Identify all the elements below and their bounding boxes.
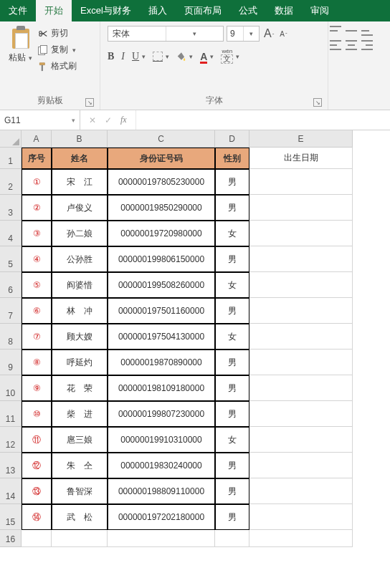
row-header[interactable]: 5 xyxy=(0,246,22,272)
cell[interactable]: 卢俊义 xyxy=(52,195,108,221)
cell[interactable] xyxy=(108,530,215,547)
cell[interactable] xyxy=(249,298,353,324)
row-header[interactable]: 2 xyxy=(0,169,22,195)
tab-file[interactable]: 文件 xyxy=(0,0,36,21)
cell[interactable]: 武 松 xyxy=(52,504,108,530)
cell[interactable]: 林 冲 xyxy=(52,298,108,324)
paste-button[interactable]: 粘贴▾ xyxy=(4,24,37,93)
cell[interactable]: 000000197504130000 xyxy=(108,324,215,350)
row-header[interactable]: 11 xyxy=(0,401,22,427)
cell[interactable] xyxy=(249,530,353,547)
row-header[interactable]: 6 xyxy=(0,272,22,298)
cell[interactable]: 000000199807230000 xyxy=(108,401,215,427)
underline-button[interactable]: U▾ xyxy=(132,51,146,62)
cell[interactable]: 朱 仝 xyxy=(52,453,108,478)
row-header[interactable]: 4 xyxy=(0,221,22,246)
cell[interactable] xyxy=(249,195,353,221)
cell[interactable]: 女 xyxy=(215,324,249,350)
tab-page-layout[interactable]: 页面布局 xyxy=(176,0,230,21)
cell[interactable]: ④ xyxy=(22,246,52,272)
cell[interactable]: 男 xyxy=(215,298,249,324)
font-color-button[interactable]: A ▾ xyxy=(200,51,214,62)
cell[interactable] xyxy=(249,350,353,375)
cell[interactable]: 序号 xyxy=(22,148,52,169)
cell[interactable]: 男 xyxy=(215,195,249,221)
align-left-button[interactable] xyxy=(330,40,341,50)
tab-data[interactable]: 数据 xyxy=(266,0,302,21)
cell[interactable]: ② xyxy=(22,195,52,221)
cell[interactable]: ⑬ xyxy=(22,478,52,504)
fill-color-button[interactable]: ▾ xyxy=(176,52,193,62)
row-header[interactable]: 12 xyxy=(0,427,22,453)
cell[interactable]: 孙二娘 xyxy=(52,221,108,246)
cell[interactable]: 000000199806150000 xyxy=(108,246,215,272)
row-header[interactable]: 16 xyxy=(0,530,22,547)
cell[interactable]: ⑤ xyxy=(22,272,52,298)
align-bottom-button[interactable] xyxy=(361,26,373,36)
cell[interactable] xyxy=(215,530,249,547)
cancel-formula-button[interactable]: ✕ xyxy=(89,115,96,125)
cell[interactable] xyxy=(249,169,353,195)
row-header[interactable]: 13 xyxy=(0,453,22,478)
cell[interactable]: 000000197501160000 xyxy=(108,298,215,324)
cut-button[interactable]: 剪切 xyxy=(38,27,77,39)
tab-home[interactable]: 开始 xyxy=(36,0,72,21)
cell[interactable]: 00000019830240000 xyxy=(108,453,215,478)
clipboard-dialog-launcher[interactable] xyxy=(85,98,94,107)
cell[interactable]: 男 xyxy=(215,453,249,478)
cell[interactable]: 出生日期 xyxy=(249,148,353,169)
cell[interactable]: ⑭ xyxy=(22,504,52,530)
row-header[interactable]: 14 xyxy=(0,478,22,504)
column-header[interactable]: D xyxy=(215,130,249,148)
align-top-button[interactable] xyxy=(330,26,341,36)
cell[interactable] xyxy=(22,530,52,547)
cell[interactable] xyxy=(249,246,353,272)
cell[interactable]: ⑥ xyxy=(22,298,52,324)
cell[interactable]: ③ xyxy=(22,221,52,246)
cell[interactable]: ⑫ xyxy=(22,453,52,478)
cell[interactable] xyxy=(249,504,353,530)
cell[interactable]: 男 xyxy=(215,350,249,375)
cell[interactable]: 呼延灼 xyxy=(52,350,108,375)
row-header[interactable]: 10 xyxy=(0,375,22,401)
cell[interactable]: 000000198109180000 xyxy=(108,375,215,401)
cell[interactable]: 男 xyxy=(215,504,249,530)
cell[interactable]: 公孙胜 xyxy=(52,246,108,272)
cell[interactable]: 女 xyxy=(215,272,249,298)
copy-button[interactable]: 复制▾ xyxy=(38,44,77,56)
cell[interactable]: 鲁智深 xyxy=(52,478,108,504)
align-center-button[interactable] xyxy=(346,40,357,50)
cell[interactable]: 花 荣 xyxy=(52,375,108,401)
cell[interactable]: 男 xyxy=(215,401,249,427)
cell[interactable]: ⑨ xyxy=(22,375,52,401)
format-painter-button[interactable]: 格式刷 xyxy=(38,60,77,72)
row-header[interactable]: 9 xyxy=(0,350,22,375)
cell[interactable]: 女 xyxy=(215,221,249,246)
cell[interactable]: 女 xyxy=(215,427,249,453)
cell[interactable] xyxy=(249,324,353,350)
cell[interactable]: 男 xyxy=(215,169,249,195)
name-box[interactable]: G11 ▾ xyxy=(0,110,80,130)
cell[interactable]: 00000019910310000 xyxy=(108,427,215,453)
cell[interactable]: 男 xyxy=(215,478,249,504)
cell[interactable]: 顾大嫂 xyxy=(52,324,108,350)
spreadsheet-grid[interactable]: 12345678910111213141516 ABCDE 序号姓名身份证号码性… xyxy=(0,130,390,547)
cell[interactable]: 00000019870890000 xyxy=(108,350,215,375)
cell[interactable]: ① xyxy=(22,169,52,195)
cell[interactable]: 00000019850290000 xyxy=(108,195,215,221)
tab-formulas[interactable]: 公式 xyxy=(230,0,266,21)
cell[interactable] xyxy=(249,453,353,478)
font-size-select[interactable]: 9 ▾ xyxy=(227,26,260,42)
cell[interactable]: 扈三娘 xyxy=(52,427,108,453)
italic-button[interactable]: I xyxy=(121,51,125,62)
font-dialog-launcher[interactable] xyxy=(313,98,322,107)
increase-font-button[interactable]: Aˆ xyxy=(262,27,275,40)
cell[interactable] xyxy=(249,272,353,298)
cell[interactable]: 性别 xyxy=(215,148,249,169)
cell[interactable]: 姓名 xyxy=(52,148,108,169)
select-all-corner[interactable] xyxy=(0,130,22,148)
cell[interactable]: 000000199508260000 xyxy=(108,272,215,298)
cell[interactable]: ⑩ xyxy=(22,401,52,427)
tab-excel-finance[interactable]: Excel与财务 xyxy=(72,0,140,21)
row-header[interactable]: 1 xyxy=(0,148,22,169)
